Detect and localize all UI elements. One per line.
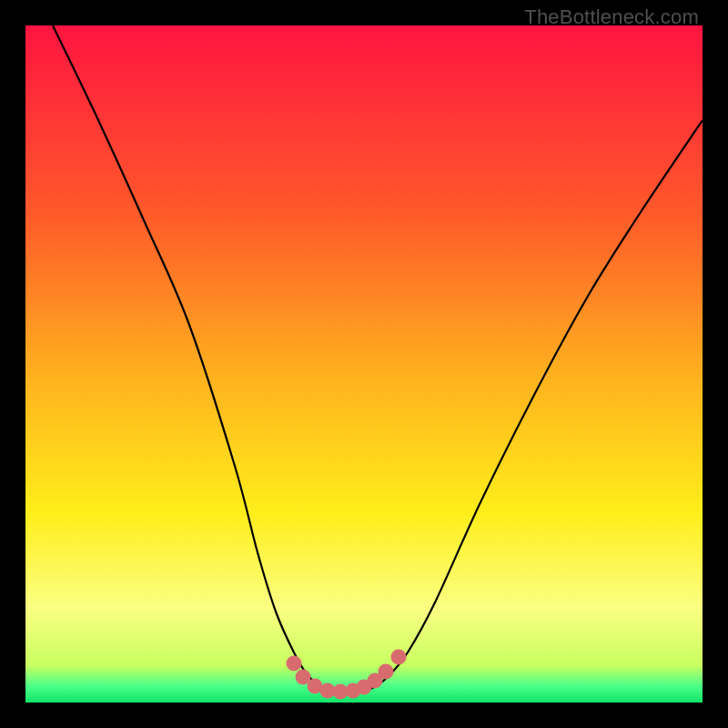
trough-dot	[379, 664, 394, 680]
bottleneck-curve	[53, 25, 703, 693]
chart-curve-layer	[25, 25, 703, 703]
chart-frame	[25, 25, 703, 703]
trough-dot	[287, 656, 302, 672]
trough-dots-group	[287, 650, 407, 700]
trough-dot	[391, 650, 407, 665]
